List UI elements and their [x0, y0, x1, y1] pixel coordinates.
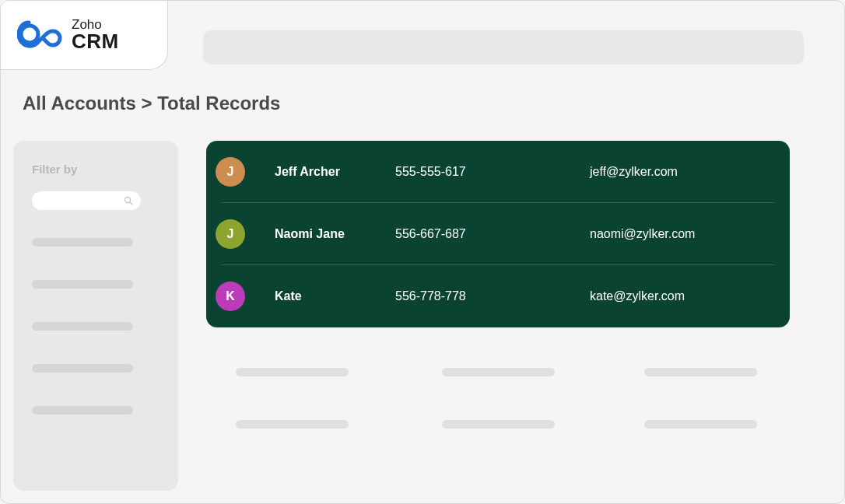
table-row[interactable]: K Kate 556-778-778 kate@zylker.com [222, 265, 774, 327]
filter-option-placeholder [32, 406, 133, 415]
top-bar: Zoho CRM [1, 1, 844, 72]
app-frame: Zoho CRM All Accounts > Total Records Fi… [0, 0, 845, 504]
record-name: Jeff Archer [275, 165, 395, 179]
records-card: J Jeff Archer 555-555-617 jeff@zylker.co… [206, 141, 790, 327]
filter-search-input[interactable] [32, 191, 141, 210]
svg-point-0 [21, 26, 38, 43]
search-icon [124, 196, 133, 205]
list-placeholder [644, 420, 757, 429]
avatar: J [216, 157, 245, 187]
avatar: K [216, 282, 245, 311]
filter-option-placeholder [32, 364, 133, 373]
table-row[interactable]: J Jeff Archer 555-555-617 jeff@zylker.co… [222, 141, 774, 203]
table-row[interactable]: J Naomi Jane 556-667-687 naomi@zylker.co… [222, 203, 774, 265]
svg-line-2 [130, 202, 132, 205]
filter-sidebar: Filter by [13, 141, 178, 491]
record-name: Kate [275, 289, 395, 303]
record-email: kate@zylker.com [590, 289, 685, 303]
list-placeholder [236, 368, 349, 376]
breadcrumb: All Accounts > Total Records [23, 93, 280, 114]
filter-option-placeholder [32, 322, 133, 331]
top-search-bar[interactable] [203, 30, 804, 65]
bottom-skeleton-area [236, 368, 790, 472]
record-name: Naomi Jane [275, 227, 395, 241]
record-email: naomi@zylker.com [590, 227, 695, 241]
filter-option-placeholder [32, 280, 133, 289]
list-placeholder [442, 420, 555, 429]
logo-tab: Zoho CRM [0, 0, 168, 70]
list-placeholder [236, 420, 349, 429]
list-placeholder [442, 368, 555, 376]
list-placeholder [644, 368, 757, 376]
zoho-crm-logo-icon [17, 19, 62, 51]
filter-by-label: Filter by [32, 163, 160, 176]
brand-product: CRM [72, 31, 119, 51]
record-phone: 556-778-778 [395, 289, 590, 303]
filter-option-placeholder [32, 238, 133, 247]
svg-point-1 [125, 198, 131, 203]
record-email: jeff@zylker.com [590, 165, 678, 179]
record-phone: 556-667-687 [395, 227, 590, 241]
record-phone: 555-555-617 [395, 165, 590, 179]
avatar: J [216, 219, 245, 249]
